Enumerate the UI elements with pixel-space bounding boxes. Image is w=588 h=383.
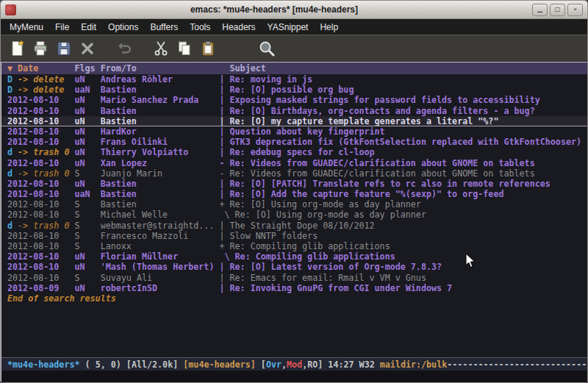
message-date: 2012-08-10 bbox=[7, 273, 59, 283]
message-row[interactable]: d -> trash 0 S webmaster@straightd... | … bbox=[1, 221, 587, 231]
message-from: Bastien bbox=[101, 189, 220, 199]
message-date-cell: D -> delete bbox=[7, 85, 74, 95]
message-date-cell: 2012-08-10 bbox=[7, 179, 74, 189]
copy-button[interactable] bbox=[173, 37, 196, 60]
message-subject: | Question about key fingerprint bbox=[219, 126, 587, 137]
message-date: 2012-08-10 bbox=[7, 158, 59, 168]
message-row[interactable]: 2012-08-10 uN Bastien | Re: [O] [PATCH] … bbox=[1, 179, 587, 189]
message-row[interactable]: 2012-08-10 S Lanoxx + Re: Compiling glib… bbox=[1, 241, 587, 251]
column-date[interactable]: ▼ Date bbox=[7, 63, 74, 74]
message-subject: | Re: moving in js bbox=[219, 74, 587, 85]
message-row[interactable]: 2012-08-10 uN Mario Sanchez Prada | Expo… bbox=[1, 95, 587, 105]
message-row[interactable]: 2012-08-10 S Michael Welle \ Re: [O] Usi… bbox=[1, 210, 587, 220]
menu-bar: MyMenuFileEditOptionsBuffersToolsHeaders… bbox=[1, 19, 587, 35]
message-from: Bastien bbox=[101, 116, 220, 126]
message-flags: uN bbox=[74, 95, 100, 105]
message-row[interactable]: 2012-08-09 uN robertcInSD | Re: Invoking… bbox=[1, 283, 587, 293]
message-from: 'Mash (Thomas Herbert) bbox=[101, 262, 220, 272]
message-row[interactable]: 2012-08-10 uN HardKor | Question about k… bbox=[1, 126, 587, 137]
close-button[interactable]: × bbox=[567, 4, 583, 16]
cut-button[interactable] bbox=[149, 37, 173, 60]
copy-icon bbox=[176, 40, 193, 57]
menu-item-headers[interactable]: Headers bbox=[216, 21, 261, 34]
save-icon bbox=[55, 40, 73, 57]
message-date: 2012-08-10 bbox=[7, 116, 59, 126]
mode-line[interactable]: *mu4e-headers* ( 5, 0) [All/2.0k] [mu4e-… bbox=[1, 357, 587, 371]
column-subject[interactable]: Subject bbox=[219, 63, 587, 74]
message-flags: uN bbox=[74, 126, 100, 137]
message-subject: \ Re: Compiling glib applications bbox=[219, 251, 587, 262]
new-file-button[interactable] bbox=[5, 37, 29, 60]
menu-item-buffers[interactable]: Buffers bbox=[144, 21, 184, 34]
message-subject: | Slow NNTP folders bbox=[219, 231, 587, 241]
message-subject: | Re: Invoking GnuPG from CGI under Wind… bbox=[219, 283, 587, 293]
menu-item-edit[interactable]: Edit bbox=[75, 21, 102, 34]
title-bar[interactable]: emacs: *mu4e-headers* [mu4e-headers] ▁ ▢… bbox=[1, 1, 587, 19]
message-subject: | Re: [O] possible org bug bbox=[219, 85, 587, 95]
message-row[interactable]: 2012-08-10 uN Bastien | Re: [O] my captu… bbox=[1, 116, 587, 126]
message-date-cell: 2012-08-10 bbox=[7, 241, 74, 251]
print-button[interactable] bbox=[29, 37, 52, 60]
message-date: 2012-08-10 bbox=[7, 241, 59, 251]
message-row[interactable]: 2012-08-10 S Francesco Mazzoli | Slow NN… bbox=[1, 231, 587, 241]
message-row[interactable]: 2012-08-10 uN Bastien | Re: [O] Birthday… bbox=[1, 106, 587, 116]
message-from: Mario Sanchez Prada bbox=[101, 95, 220, 105]
window-title: emacs: *mu4e-headers* [mu4e-headers] bbox=[21, 4, 528, 15]
menu-item-help[interactable]: Help bbox=[314, 21, 344, 34]
message-row[interactable]: D -> delete uaN Bastien | Re: [O] possib… bbox=[1, 85, 587, 95]
message-subject: - Re: Videos from GUADEC/clarification a… bbox=[219, 168, 587, 179]
emacs-window: emacs: *mu4e-headers* [mu4e-headers] ▁ ▢… bbox=[0, 0, 588, 383]
menu-item-options[interactable]: Options bbox=[102, 21, 144, 34]
mark-action: -> trash 0 bbox=[18, 221, 69, 231]
message-subject: | Re: [O] [PATCH] Translate refs to rc a… bbox=[219, 179, 587, 189]
search-button[interactable] bbox=[255, 37, 279, 60]
undo-button[interactable] bbox=[112, 37, 136, 60]
message-row[interactable]: d -> trash 0 S Juanjo Marin - Re: Videos… bbox=[1, 168, 587, 179]
message-row[interactable]: 2012-08-10 uN Xan Lopez - Re: Videos fro… bbox=[1, 158, 587, 168]
message-row[interactable]: 2012-08-10 uN Frans Oilinki | GTK3 depre… bbox=[1, 137, 587, 147]
modeline-segment: *mu4e-headers* bbox=[7, 359, 80, 370]
menu-item-file[interactable]: File bbox=[49, 21, 75, 34]
message-flags: uN bbox=[74, 106, 100, 116]
message-row[interactable]: 2012-08-10 S Bastien + Re: [O] Using org… bbox=[1, 199, 587, 210]
message-date-cell: 2012-08-10 bbox=[7, 137, 74, 147]
message-date-cell: 2012-08-10 bbox=[7, 189, 74, 199]
message-subject: | Re: Emacs for email: Rmail v VM v Gnus bbox=[219, 273, 587, 283]
message-row[interactable]: 2012-08-10 uN 'Mash (Thomas Herbert) | R… bbox=[1, 262, 587, 272]
menu-item-yasnippet[interactable]: YASnippet bbox=[262, 21, 315, 34]
message-date: 2012-08-10 bbox=[7, 189, 59, 199]
message-row[interactable]: D -> delete uN Andreas Röhler | Re: movi… bbox=[1, 74, 587, 85]
modeline-segment: W32 bbox=[359, 359, 380, 370]
menu-item-tools[interactable]: Tools bbox=[184, 21, 216, 34]
modeline-segment: Mod bbox=[287, 359, 302, 370]
mark-char: D bbox=[7, 74, 18, 85]
menu-item-mymenu[interactable]: MyMenu bbox=[4, 21, 49, 34]
kill-buffer-button[interactable] bbox=[76, 37, 99, 60]
message-subject: | Re: [O] Birthdays, org-contacts and ag… bbox=[219, 106, 587, 116]
column-flags[interactable]: Flgs bbox=[74, 63, 100, 74]
save-button[interactable] bbox=[52, 37, 76, 60]
mouse-cursor bbox=[465, 253, 476, 269]
message-from: robertcInSD bbox=[101, 283, 220, 293]
modeline-segment: Ovr bbox=[266, 359, 282, 370]
message-row[interactable]: 2012-08-10 uN Florian Müllner \ Re: Comp… bbox=[1, 251, 587, 262]
paste-button[interactable] bbox=[196, 37, 220, 60]
minimize-button[interactable]: ▁ bbox=[532, 4, 548, 16]
message-row[interactable]: 2012-08-10 S Suvayu Ali | Re: Emacs for … bbox=[1, 273, 587, 283]
echo-area[interactable] bbox=[1, 371, 587, 382]
message-row[interactable]: 2012-08-10 uaN Bastien | Re: [O] Add the… bbox=[1, 189, 587, 199]
message-flags: uaN bbox=[74, 85, 100, 95]
message-date: 2012-08-10 bbox=[7, 199, 59, 210]
message-date-cell: 2012-08-10 bbox=[7, 95, 74, 105]
message-subject: | Re: edebug specs for cl-loop bbox=[219, 147, 587, 157]
message-date: 2012-08-10 bbox=[7, 231, 59, 241]
message-from: Frans Oilinki bbox=[101, 137, 220, 147]
message-row[interactable]: d -> trash 0 uN Thierry Volpiatto | Re: … bbox=[1, 147, 587, 157]
message-flags: S bbox=[74, 199, 100, 210]
maximize-button[interactable]: ▢ bbox=[550, 4, 565, 16]
message-subject: | The Straight Dope 08/10/2012 bbox=[219, 221, 587, 231]
column-from[interactable]: From/To bbox=[101, 63, 220, 74]
message-subject: - Re: Videos from GUADEC/clarification a… bbox=[219, 158, 587, 168]
message-from: webmaster@straightd... bbox=[101, 221, 220, 231]
message-subject: | GTK3 deprecation fix (GtkFontSelection… bbox=[219, 137, 587, 147]
